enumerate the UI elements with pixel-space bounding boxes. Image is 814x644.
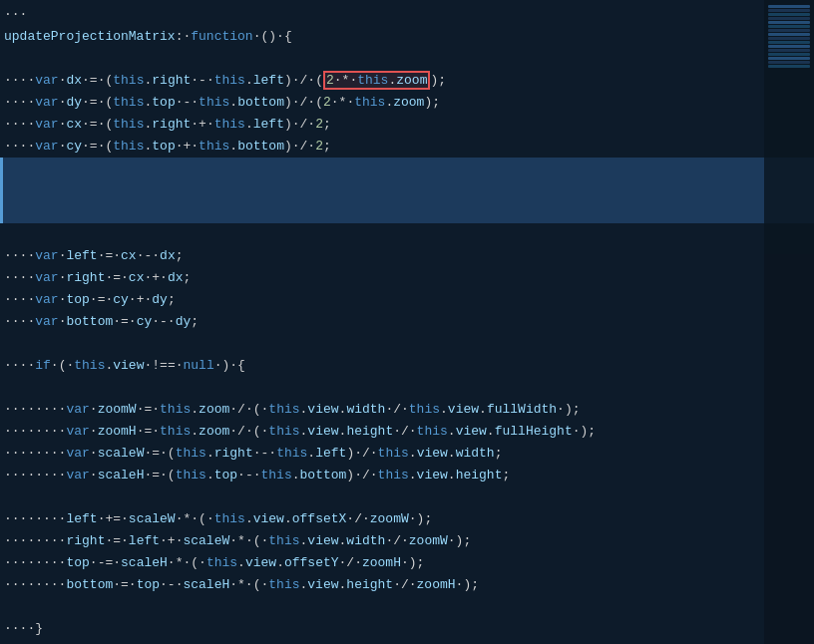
line-text: ····var·cx·=·(this.right·+·this.left)·/·… bbox=[4, 114, 331, 136]
mini-line bbox=[768, 9, 810, 12]
line-cx: ····var·cx·=·(this.right·+·this.left)·/·… bbox=[0, 114, 814, 136]
line-text: ········var·scaleW·=·(this.right·-·this.… bbox=[4, 443, 502, 465]
line-text: ····if·(·this.view·!==·null·)·{ bbox=[4, 355, 245, 377]
line-text: ····var·top·=·cy·+·dy; bbox=[4, 289, 176, 311]
line-top-assign: ········top·-=·scaleH·*·(·this.view.offs… bbox=[0, 552, 814, 574]
code-content: ··· updateProjectionMatrix:·function·()·… bbox=[0, 0, 814, 644]
code-editor: ··· updateProjectionMatrix:·function·()·… bbox=[0, 0, 814, 644]
highlighted-expression: 2·*·this.zoom bbox=[323, 71, 430, 90]
mini-line bbox=[768, 53, 810, 56]
mini-line bbox=[768, 57, 810, 60]
line-close-if: ····} bbox=[0, 618, 814, 640]
line-scaleW: ········var·scaleW·=·(this.right·-·this.… bbox=[0, 443, 814, 465]
mini-line bbox=[768, 61, 810, 64]
line-zoomH: ········var·zoomH·=·this.zoom·/·(·this.v… bbox=[0, 421, 814, 443]
line-left: ····var·left·=·cx·-·dx; bbox=[0, 245, 814, 267]
line-text: ····var·cy·=·(this.top·+·this.bottom)·/·… bbox=[4, 136, 331, 158]
line-text: ····var·left·=·cx·-·dx; bbox=[4, 245, 184, 267]
line-top: ····var·top·=·cy·+·dy; bbox=[0, 289, 814, 311]
line-text: updateProjectionMatrix:·function·()·{ bbox=[4, 26, 292, 48]
minimap bbox=[764, 0, 814, 644]
mini-line bbox=[768, 45, 810, 48]
mini-line bbox=[768, 65, 810, 68]
mini-line bbox=[768, 25, 810, 28]
mini-line bbox=[768, 29, 810, 32]
line-text: ··· bbox=[4, 4, 27, 26]
cursor-line bbox=[0, 158, 814, 223]
mini-line bbox=[768, 37, 810, 40]
line-text: ········right·=·left·+·scaleW·*·(·this.v… bbox=[4, 530, 471, 552]
line-right: ····var·right·=·cx·+·dx; bbox=[0, 267, 814, 289]
line-text: ····var·dy·=·(this.top·-·this.bottom)·/·… bbox=[4, 92, 440, 114]
minimap-content bbox=[764, 0, 814, 73]
line-text: ········bottom·=·top·-·scaleH·*·(·this.v… bbox=[4, 574, 479, 596]
line-1: updateProjectionMatrix:·function·()·{ bbox=[0, 26, 814, 48]
line-text: ····var·bottom·=·cy·-·dy; bbox=[4, 311, 199, 333]
line-blank-6 bbox=[0, 596, 814, 618]
line-dx: ····var·dx·=·(this.right·-·this.left)·/·… bbox=[0, 70, 814, 92]
line-text: ········var·zoomW·=·this.zoom·/·(·this.v… bbox=[4, 399, 581, 421]
line-right-assign: ········right·=·left·+·scaleW·*·(·this.v… bbox=[0, 530, 814, 552]
mini-line bbox=[768, 13, 810, 16]
line-dy: ····var·dy·=·(this.top·-·this.bottom)·/·… bbox=[0, 92, 814, 114]
line-text: ········left·+=·scaleW·*·(·this.view.off… bbox=[4, 508, 432, 530]
line-text: ········var·scaleH·=·(this.top·-·this.bo… bbox=[4, 465, 510, 486]
mini-line bbox=[768, 21, 810, 24]
line-cy: ····var·cy·=·(this.top·+·this.bottom)·/·… bbox=[0, 136, 814, 158]
line-bottom-assign: ········bottom·=·top·-·scaleH·*·(·this.v… bbox=[0, 574, 814, 596]
mini-line bbox=[768, 49, 810, 52]
mini-line bbox=[768, 41, 810, 44]
line-text: ····} bbox=[4, 618, 43, 640]
line-bottom: ····var·bottom·=·cy·-·dy; bbox=[0, 311, 814, 333]
line-blank-2 bbox=[0, 223, 814, 245]
line-blank-3 bbox=[0, 333, 814, 355]
mini-line bbox=[768, 33, 810, 36]
line-text: ········var·zoomH·=·this.zoom·/·(·this.v… bbox=[4, 421, 596, 443]
line-scaleH: ········var·scaleH·=·(this.top·-·this.bo… bbox=[0, 465, 814, 486]
line-0: ··· bbox=[0, 4, 814, 26]
line-blank-7 bbox=[0, 640, 814, 644]
line-text: ····var·dx·=·(this.right·-·this.left)·/·… bbox=[4, 70, 446, 92]
line-text: ········top·-=·scaleH·*·(·this.view.offs… bbox=[4, 552, 424, 574]
mini-line bbox=[768, 17, 810, 20]
line-zoomW: ········var·zoomW·=·this.zoom·/·(·this.v… bbox=[0, 399, 814, 421]
mini-line bbox=[768, 5, 810, 8]
line-blank-5 bbox=[0, 486, 814, 508]
line-blank-1 bbox=[0, 48, 814, 70]
line-left-assign: ········left·+=·scaleW·*·(·this.view.off… bbox=[0, 508, 814, 530]
line-blank-4 bbox=[0, 377, 814, 399]
line-if: ····if·(·this.view·!==·null·)·{ bbox=[0, 355, 814, 377]
line-text: ····var·right·=·cx·+·dx; bbox=[4, 267, 191, 289]
